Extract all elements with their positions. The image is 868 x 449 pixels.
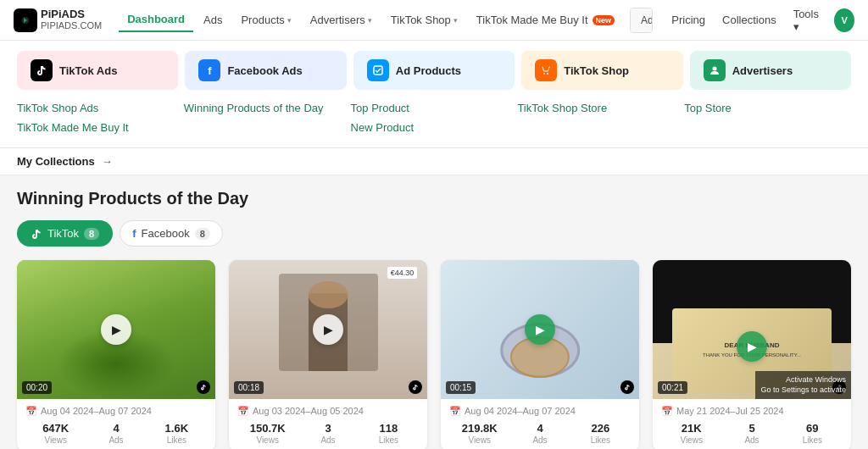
stat-views-4: 21K Views (661, 422, 721, 445)
collections-label: My Collections (17, 155, 95, 168)
calendar-icon: 📅 (661, 406, 673, 417)
brand-sub: PIPIADS.COM (41, 20, 102, 31)
link-col-4: TikTok Shop Store (517, 102, 684, 134)
cat-tiktok-ads[interactable]: TikTok Ads (17, 51, 178, 90)
card-thumb-1: ▶ 00:20 (17, 260, 215, 399)
cat-advertisers[interactable]: Advertisers (690, 51, 851, 90)
collections-arrow: → (102, 155, 113, 168)
link-col-1: TikTok Shop Ads TikTok Made Me Buy It (17, 102, 184, 134)
nav-ads[interactable]: Ads (195, 8, 231, 31)
calendar-icon: 📅 (449, 406, 461, 417)
cat-tiktok-shop[interactable]: TikTok Shop (521, 51, 682, 90)
link-col-2: Winning Products of the Day (184, 102, 351, 134)
card-info-2: 📅 Aug 03 2024–Aug 05 2024 150.7K Views 3… (229, 399, 427, 449)
nav-right: Pricing Collections Tools ▾ V (666, 4, 854, 36)
stat-ads-4: 5 Ads (721, 422, 782, 445)
product-card-4[interactable]: DEAR HUSBAND THANK YOU FOR YOUR PERSONAL… (653, 260, 851, 449)
nav-advertisers[interactable]: Advertisers ▾ (302, 8, 381, 31)
nav-dashboard[interactable]: Dashboard (119, 8, 193, 32)
stat-likes-1: 1.6K Likes (147, 422, 207, 445)
play-button-4[interactable]: ▶ (737, 331, 767, 362)
stat-likes-4: 69 Likes (782, 422, 843, 445)
duration-3: 00:15 (446, 381, 476, 394)
tools-link[interactable]: Tools ▾ (788, 4, 828, 36)
top-product-link[interactable]: Top Product (351, 102, 518, 114)
card-thumb-2: €44.30 ▶ 00:18 (229, 260, 427, 399)
search-bar: Ad. Product Advertiser 🔍 (630, 8, 653, 33)
play-button-1[interactable]: ▶ (101, 314, 131, 345)
svg-point-3 (543, 73, 545, 75)
category-cards: TikTok Ads f Facebook Ads Ad Products (17, 51, 851, 90)
calendar-icon: 📅 (237, 406, 249, 417)
duration-1: 00:20 (22, 381, 52, 394)
link-col-5: Top Store (684, 102, 851, 134)
product-card-1[interactable]: ▶ 00:20 📅 Aug 04 2024–Aug 07 2024 647K V… (17, 260, 215, 449)
cards-grid: ▶ 00:20 📅 Aug 04 2024–Aug 07 2024 647K V… (17, 260, 851, 449)
svg-point-4 (547, 73, 548, 75)
facebook-icon: f (198, 59, 220, 81)
page-title: Winning Products of the Day (17, 189, 851, 208)
stat-likes-2: 118 Likes (359, 422, 419, 445)
new-badge: New (593, 15, 615, 25)
facebook-tab-count: 8 (195, 228, 210, 240)
card-thumb-4: DEAR HUSBAND THANK YOU FOR YOUR PERSONAL… (653, 260, 851, 399)
nav-tmmbi[interactable]: TikTok Made Me Buy It New (468, 8, 623, 31)
card-thumb-3: ▶ 00:15 (441, 260, 639, 399)
winning-products-link[interactable]: Winning Products of the Day (184, 102, 351, 114)
tmmbi-link[interactable]: TikTok Made Me Buy It (17, 121, 184, 134)
collections-row[interactable]: My Collections → (0, 148, 868, 175)
link-col-3: Top Product New Product (351, 102, 518, 134)
facebook-tab-icon: f (132, 227, 136, 240)
brand-name: PiPiADS (41, 8, 102, 20)
cat-ad-products[interactable]: Ad Products (353, 51, 515, 90)
tiktok-shop-store-link[interactable]: TikTok Shop Store (517, 102, 684, 114)
card-date-2: 📅 Aug 03 2024–Aug 05 2024 (237, 406, 419, 417)
nav-items: Dashboard Ads Products ▾ Advertisers ▾ T… (119, 8, 623, 32)
navbar: PiPiADS PIPIADS.COM Dashboard Ads Produc… (0, 0, 868, 41)
card-date-4: 📅 May 21 2024–Jul 25 2024 (661, 406, 843, 417)
tools-chevron: ▾ (793, 20, 799, 33)
product-card-2[interactable]: €44.30 ▶ 00:18 📅 Aug 03 2024–Aug 05 2024 (229, 260, 427, 449)
nav-products[interactable]: Products ▾ (232, 8, 299, 31)
stat-views-2: 150.7K Views (237, 422, 298, 445)
nav-tiktok-shop[interactable]: TikTok Shop ▾ (382, 8, 466, 31)
activate-windows-overlay: Activate WindowsGo to Settings to activa… (755, 371, 851, 399)
tiktok-tab-icon (31, 228, 42, 240)
calendar-icon: 📅 (25, 406, 37, 417)
tab-tiktok[interactable]: TikTok 8 (17, 220, 113, 247)
card-stats-2: 150.7K Views 3 Ads 118 Likes (237, 422, 419, 445)
card-info-1: 📅 Aug 04 2024–Aug 07 2024 647K Views 4 A… (17, 399, 215, 449)
duration-4: 00:21 (658, 381, 687, 394)
card-info-3: 📅 Aug 04 2024–Aug 07 2024 219.8K Views 4… (441, 399, 639, 449)
stat-ads-1: 4 Ads (86, 422, 146, 445)
tiktok-icon (31, 59, 53, 81)
tiktokshop-icon (535, 59, 557, 81)
play-button-2[interactable]: ▶ (313, 314, 343, 345)
tiktok-shop-ads-link[interactable]: TikTok Shop Ads (17, 102, 184, 114)
play-button-3[interactable]: ▶ (525, 314, 555, 345)
stat-views-3: 219.8K Views (449, 422, 509, 445)
cat-facebook-ads[interactable]: f Facebook Ads (185, 51, 346, 90)
logo[interactable]: PiPiADS PIPIADS.COM (14, 8, 102, 31)
chevron-icon: ▾ (453, 16, 458, 25)
svg-point-5 (712, 67, 716, 71)
avatar[interactable]: V (834, 8, 854, 32)
product-card-3[interactable]: ▶ 00:15 📅 Aug 04 2024–Aug 07 2024 219.8K… (441, 260, 639, 449)
new-product-link[interactable]: New Product (351, 121, 518, 134)
tab-facebook[interactable]: f Facebook 8 (120, 220, 223, 247)
stat-likes-3: 226 Likes (570, 422, 631, 445)
tiktok-tab-count: 8 (84, 228, 99, 240)
collections-link[interactable]: Collections (717, 10, 782, 30)
search-type-select[interactable]: Ad. Product Advertiser (631, 8, 653, 32)
pricing-link[interactable]: Pricing (666, 10, 710, 30)
duration-2: 00:18 (234, 381, 264, 394)
dropdown-links: TikTok Shop Ads TikTok Made Me Buy It Wi… (17, 102, 851, 134)
card-info-4: 📅 May 21 2024–Jul 25 2024 21K Views 5 Ad… (653, 399, 851, 449)
stat-views-1: 647K Views (25, 422, 86, 445)
main-content: Winning Products of the Day TikTok 8 f F… (0, 175, 868, 449)
dropdown-panel: TikTok Ads f Facebook Ads Ad Products (0, 41, 868, 148)
adproducts-icon (367, 59, 389, 81)
top-store-link[interactable]: Top Store (684, 102, 851, 114)
tiktok-badge-3 (620, 380, 634, 394)
stat-ads-2: 3 Ads (298, 422, 358, 445)
